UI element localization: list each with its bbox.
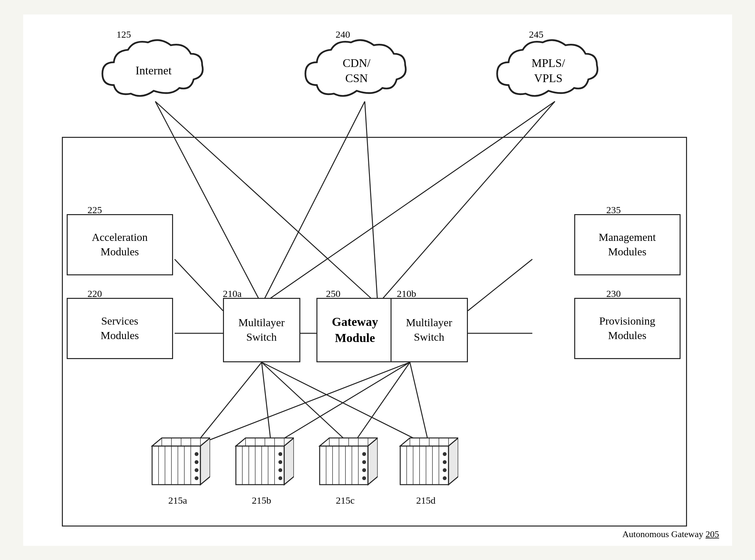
provisioning-label: ProvisioningModules (599, 314, 655, 342)
rack-215a-label: 215a (146, 495, 210, 506)
rack-215c: 215c (313, 433, 377, 506)
svg-marker-58 (368, 438, 377, 485)
acceleration-label: AccelerationModules (92, 230, 148, 259)
svg-rect-74 (400, 446, 448, 485)
management-label: ManagementModules (599, 230, 656, 259)
accel-ref: 225 (88, 204, 102, 216)
rack-215a: 215a (146, 433, 210, 506)
footer-text: Autonomous Gateway (622, 529, 703, 539)
svg-point-48 (278, 460, 282, 464)
svg-point-50 (278, 476, 282, 480)
switch1-ref: 210a (223, 288, 242, 299)
svg-point-66 (362, 460, 366, 464)
cdn-cloud: CDN/CSN (294, 34, 420, 108)
switch1-box: MultilayerSwitch (223, 298, 300, 362)
svg-point-32 (195, 476, 198, 480)
svg-point-86 (443, 476, 447, 480)
switch2-label: MultilayerSwitch (406, 316, 452, 344)
svg-rect-38 (236, 446, 284, 485)
mgmt-ref: 235 (606, 204, 621, 216)
rack-215c-label: 215c (313, 495, 377, 506)
provisioning-modules-box: ProvisioningModules (574, 298, 681, 359)
svg-point-29 (195, 452, 198, 456)
svg-point-49 (278, 468, 282, 472)
services-ref: 220 (88, 288, 102, 299)
footer-label: Autonomous Gateway 205 (622, 529, 719, 539)
rack-215b-label: 215b (229, 495, 294, 506)
rack-215d: 215d (394, 433, 458, 506)
svg-point-84 (443, 460, 447, 464)
svg-marker-76 (448, 438, 458, 485)
cdn-ref: 240 (336, 29, 350, 40)
internet-label: Internet (136, 64, 172, 78)
svg-point-31 (195, 468, 198, 472)
svg-marker-40 (284, 438, 294, 485)
management-modules-box: ManagementModules (574, 214, 681, 275)
cdn-label: CDN/CSN (343, 56, 370, 86)
svg-rect-56 (320, 446, 368, 485)
mpls-ref: 245 (529, 29, 544, 40)
acceleration-modules-box: AccelerationModules (67, 214, 173, 275)
services-modules-box: ServicesModules (67, 298, 173, 359)
svg-point-67 (362, 468, 366, 472)
footer-ref: 205 (706, 529, 719, 539)
rack-215b: 215b (229, 433, 294, 506)
svg-point-68 (362, 476, 366, 480)
switch2-box: MultilayerSwitch (390, 298, 468, 362)
svg-point-83 (443, 452, 447, 456)
gateway-label: GatewayModule (332, 314, 378, 346)
mpls-label: MPLS/VPLS (531, 56, 565, 86)
svg-point-47 (278, 452, 282, 456)
internet-cloud: Internet (94, 34, 213, 108)
svg-marker-22 (200, 438, 210, 485)
mpls-cloud: MPLS/VPLS (484, 34, 613, 108)
switch2-ref: 210b (397, 288, 416, 299)
switch1-label: MultilayerSwitch (238, 316, 285, 344)
svg-point-65 (362, 452, 366, 456)
svg-rect-20 (152, 446, 200, 485)
services-label: ServicesModules (100, 314, 139, 342)
svg-point-30 (195, 460, 198, 464)
diagram-container: Internet 125 CDN/CSN 240 MPLS/VPLS 245 A… (23, 15, 732, 546)
gateway-ref: 250 (326, 288, 341, 299)
internet-ref: 125 (117, 29, 131, 40)
svg-point-85 (443, 468, 447, 472)
gateway-module-box: GatewayModule (316, 298, 394, 362)
rack-215d-label: 215d (394, 495, 458, 506)
prov-ref: 230 (606, 288, 621, 299)
